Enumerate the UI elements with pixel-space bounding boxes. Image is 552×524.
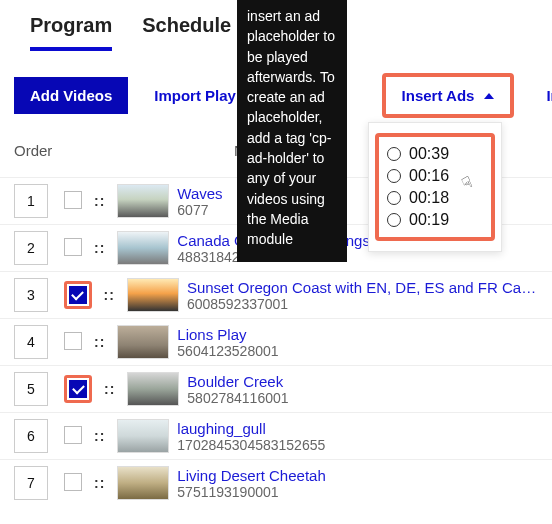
row-meta: Boulder Creek5802784116001 [187, 373, 288, 406]
row-meta: Waves6077 [177, 185, 222, 218]
insert-ads-label: Insert Ads [402, 87, 475, 104]
drag-handle-icon[interactable]: :: [90, 334, 109, 350]
ads-option-label: 00:19 [409, 211, 449, 229]
row-checkbox[interactable] [69, 286, 87, 304]
row-checkbox-wrap [64, 332, 82, 353]
order-box[interactable]: 5 [14, 372, 48, 406]
video-title[interactable]: Sunset Oregon Coast with EN, DE, ES and … [187, 279, 542, 296]
row-checkbox-wrap [64, 426, 82, 447]
radio-icon [387, 191, 401, 205]
drag-handle-icon[interactable]: :: [90, 475, 109, 491]
tab-schedule[interactable]: Schedule [142, 8, 231, 51]
video-id: 6077 [177, 202, 222, 218]
row-meta: Living Desert Cheetah5751193190001 [177, 467, 325, 500]
video-title[interactable]: Living Desert Cheetah [177, 467, 325, 484]
row-checkbox-wrap [64, 281, 92, 310]
video-id: 6008592337001 [187, 296, 542, 312]
video-id: 5751193190001 [177, 484, 325, 500]
row-checkbox-wrap [64, 473, 82, 494]
row-checkbox[interactable] [64, 426, 82, 444]
video-id: 5802784116001 [187, 390, 288, 406]
thumbnail[interactable] [117, 231, 169, 265]
table-row: 3::Sunset Oregon Coast with EN, DE, ES a… [0, 271, 552, 318]
table-row: 7::Living Desert Cheetah5751193190001 [0, 459, 552, 506]
row-checkbox[interactable] [64, 473, 82, 491]
ads-option[interactable]: 00:18 [387, 187, 483, 209]
row-meta: Sunset Oregon Coast with EN, DE, ES and … [187, 279, 542, 312]
thumbnail[interactable] [117, 419, 169, 453]
ads-option-label: 00:18 [409, 189, 449, 207]
row-checkbox[interactable] [64, 238, 82, 256]
drag-handle-icon[interactable]: :: [100, 287, 119, 303]
insert-ads-button[interactable]: Insert Ads [386, 77, 511, 114]
order-box[interactable]: 1 [14, 184, 48, 218]
ads-option-label: 00:39 [409, 145, 449, 163]
ads-option[interactable]: 00:16 [387, 165, 483, 187]
video-id: 1702845304583152655 [177, 437, 325, 453]
insert-ads-highlight: Insert Ads [382, 73, 515, 118]
row-checkbox[interactable] [64, 332, 82, 350]
tooltip: insert an ad placeholder to be played af… [237, 0, 347, 262]
row-checkbox[interactable] [64, 191, 82, 209]
drag-handle-icon[interactable]: :: [90, 428, 109, 444]
video-title[interactable]: Lions Play [177, 326, 278, 343]
video-title[interactable]: laughing_gull [177, 420, 325, 437]
insert-ads-options-highlight: 00:3900:1600:1800:19 [375, 133, 495, 241]
order-box[interactable]: 4 [14, 325, 48, 359]
table-row: 4::Lions Play5604123528001 [0, 318, 552, 365]
order-box[interactable]: 6 [14, 419, 48, 453]
ads-option[interactable]: 00:39 [387, 143, 483, 165]
table-row: 5::Boulder Creek5802784116001 [0, 365, 552, 412]
radio-icon [387, 213, 401, 227]
radio-icon [387, 147, 401, 161]
row-meta: laughing_gull1702845304583152655 [177, 420, 325, 453]
row-checkbox[interactable] [69, 380, 87, 398]
header-order: Order [14, 142, 134, 159]
drag-handle-icon[interactable]: :: [90, 240, 109, 256]
tab-program[interactable]: Program [30, 8, 112, 51]
row-checkbox-wrap [64, 191, 82, 212]
thumbnail[interactable] [117, 466, 169, 500]
order-box[interactable]: 7 [14, 466, 48, 500]
radio-icon [387, 169, 401, 183]
video-id: 5604123528001 [177, 343, 278, 359]
drag-handle-icon[interactable]: :: [100, 381, 119, 397]
ads-option[interactable]: 00:19 [387, 209, 483, 231]
row-checkbox-wrap [64, 375, 92, 404]
video-title[interactable]: Waves [177, 185, 222, 202]
add-videos-button[interactable]: Add Videos [14, 77, 128, 114]
row-meta: Lions Play5604123528001 [177, 326, 278, 359]
row-checkbox-wrap [64, 238, 82, 259]
insert-partial-button[interactable]: Insert [530, 77, 552, 114]
thumbnail[interactable] [117, 184, 169, 218]
insert-ads-dropdown: 00:3900:1600:1800:19 [368, 122, 502, 252]
chevron-up-icon [484, 93, 494, 99]
drag-handle-icon[interactable]: :: [90, 193, 109, 209]
thumbnail[interactable] [117, 325, 169, 359]
ads-option-label: 00:16 [409, 167, 449, 185]
table-row: 6::laughing_gull1702845304583152655 [0, 412, 552, 459]
thumbnail[interactable] [127, 372, 179, 406]
video-title[interactable]: Boulder Creek [187, 373, 288, 390]
order-box[interactable]: 3 [14, 278, 48, 312]
order-box[interactable]: 2 [14, 231, 48, 265]
thumbnail[interactable] [127, 278, 179, 312]
